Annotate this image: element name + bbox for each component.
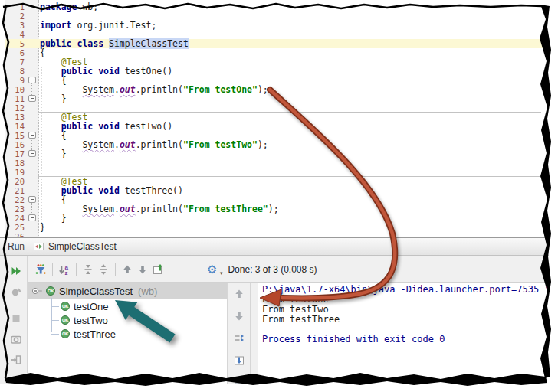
track-running-test-icon [233, 332, 245, 345]
code-token: System [82, 84, 114, 95]
code-token: public void [61, 185, 125, 196]
fold-marker-icon[interactable] [28, 95, 36, 102]
run-left-toolbar [5, 256, 28, 392]
track-running-test-button[interactable] [231, 331, 247, 346]
sort-alphabetically-icon: a z [58, 263, 71, 276]
close-console-button[interactable] [8, 352, 24, 368]
junit-run-configuration-icon [34, 242, 44, 251]
fold-range-line [31, 139, 32, 150]
fold-marker-icon[interactable] [28, 214, 36, 221]
previous-occurrence-button[interactable] [120, 262, 135, 277]
fold-marker-icon[interactable] [28, 132, 36, 139]
code-token: . [114, 204, 120, 214]
fold-marker-icon[interactable] [28, 196, 36, 203]
code-line[interactable]: System.out.println("From testThree"); [40, 204, 279, 214]
run-panel-header: Run SimpleClassTest [0, 238, 558, 256]
up-arrow-icon [233, 288, 245, 300]
expand-all-button[interactable] [96, 262, 111, 277]
rerun-failed-tests-button[interactable] [8, 284, 24, 299]
code-token: public void [61, 121, 125, 132]
print-button[interactable] [231, 375, 247, 390]
close-icon [10, 354, 22, 366]
tree-connector [51, 334, 59, 335]
console-output[interactable]: P:\java\1.7-x64\bin\java -Didea.launcher… [251, 283, 550, 392]
method-separator [38, 176, 541, 177]
tree-item-label: testTwo [74, 315, 108, 326]
code-line[interactable]: } [40, 94, 67, 103]
tree-root-simpleclasstest[interactable]: OK SimpleClassTest (wb) [31, 284, 157, 298]
test-run-status: Done: 3 of 3 (0.008 s) [228, 264, 317, 275]
collapse-all-icon [82, 263, 94, 276]
collapse-handle-icon[interactable] [31, 287, 42, 295]
console-line: Process finished with exit code 0 [262, 335, 445, 345]
code-token: "From testTwo" [183, 139, 258, 150]
test-passed-icon: OK [61, 302, 70, 311]
next-failed-test-button[interactable] [231, 309, 247, 324]
code-editor[interactable]: 1234567891011121314151617181920212223242… [0, 0, 558, 237]
tree-item-testtwo[interactable]: OKtestTwo [61, 313, 108, 327]
tree-connector [51, 298, 52, 332]
test-runner-toolbar: a z [28, 256, 558, 283]
code-token: } [40, 222, 45, 233]
collapse-all-button[interactable] [80, 262, 96, 277]
code-token: } [40, 149, 67, 159]
next-occurrence-button[interactable] [135, 262, 150, 277]
test-results-tree[interactable]: OK SimpleClassTest (wb) OKtestOneOKtestT… [28, 283, 227, 392]
pin-window-button[interactable] [8, 373, 24, 388]
code-line[interactable]: } [40, 223, 45, 232]
pin-window-icon [10, 374, 22, 387]
code-line[interactable]: System.out.println("From testTwo"); [40, 140, 268, 149]
code-line[interactable]: public class SimpleClassTest [40, 39, 189, 48]
code-token: .println( [136, 204, 183, 214]
stop-button[interactable] [8, 311, 24, 326]
tree-item-testone[interactable]: OKtestOne [61, 299, 109, 313]
tab-label: SimpleClassTest [48, 241, 117, 252]
stop-icon [10, 312, 22, 325]
code-token: testThree() [125, 185, 183, 196]
code-token: "From testOne" [183, 84, 258, 95]
code-line[interactable]: System.out.println("From testOne"); [40, 85, 268, 94]
rerun-tests-button[interactable] [8, 263, 24, 279]
code-token: .println( [136, 84, 183, 95]
run-panel-title: Run [8, 241, 25, 252]
code-token: out [120, 139, 136, 150]
tab-simpleclasstest[interactable]: SimpleClassTest [34, 241, 117, 252]
rerun-failed-tests-icon [10, 286, 22, 298]
navigate-to-stacktrace-icon [233, 354, 245, 367]
test-history-button[interactable] [150, 262, 166, 277]
fold-marker-icon[interactable] [28, 77, 36, 83]
code-token: ); [258, 139, 268, 150]
tree-item-label: testThree [74, 328, 116, 340]
sort-alphabetically-button[interactable]: a z [57, 262, 72, 277]
code-token: System [82, 139, 114, 150]
method-separator [38, 112, 541, 113]
code-line[interactable]: package wb; [40, 2, 98, 11]
code-area[interactable]: package wb;import org.junit.Test;public … [0, 0, 558, 237]
up-arrow-icon [121, 263, 133, 276]
application-window: 1234567891011121314151617181920212223242… [0, 0, 558, 392]
code-token: .println( [136, 139, 183, 150]
toolbar-separator [9, 305, 23, 305]
code-token: import [40, 20, 77, 31]
fold-marker-icon[interactable] [28, 150, 36, 157]
code-token: . [114, 84, 120, 95]
code-token: wb; [82, 2, 98, 12]
dump-threads-button[interactable] [8, 332, 24, 347]
toolbar-separator [76, 263, 77, 276]
test-passed-icon: OK [61, 329, 70, 338]
hide-passed-button[interactable] [33, 262, 48, 277]
console-line: From testThree [262, 315, 340, 325]
previous-failed-test-button[interactable] [231, 286, 247, 302]
toolbar-separator [115, 263, 116, 276]
run-tool-window: Run SimpleClassTest [0, 237, 558, 392]
tree-root-label: SimpleClassTest [59, 286, 133, 297]
tree-item-testthree[interactable]: OKtestThree [61, 327, 116, 341]
code-line[interactable]: import org.junit.Test; [40, 21, 156, 30]
navigate-to-stacktrace-button[interactable] [231, 353, 247, 368]
settings-gear-icon[interactable]: ⚙▾ [207, 263, 217, 275]
code-token: out [120, 84, 136, 95]
code-line[interactable]: } [40, 149, 67, 158]
code-token: "From testThree" [183, 204, 268, 214]
rerun-tests-icon [10, 265, 22, 277]
tree-connector [51, 320, 59, 321]
